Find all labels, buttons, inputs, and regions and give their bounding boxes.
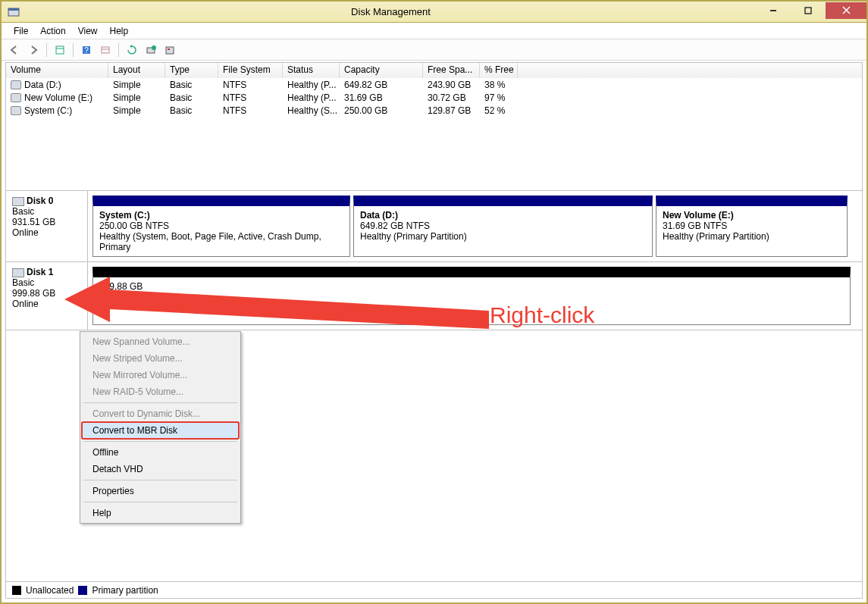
partition[interactable]: System (C:)250.00 GB NTFSHealthy (System… xyxy=(92,196,350,257)
svg-rect-3 xyxy=(805,8,811,14)
cell: 649.82 GB xyxy=(340,80,423,90)
cell: 97 % xyxy=(480,92,518,103)
cell: Healthy (S... xyxy=(283,105,340,116)
context-menu-item[interactable]: Detach VHD xyxy=(82,461,239,477)
cell: 38 % xyxy=(480,80,518,90)
context-menu-item: New Mirrored Volume... xyxy=(82,367,239,383)
volume-icon xyxy=(11,80,21,89)
context-menu[interactable]: New Spanned Volume...New Striped Volume.… xyxy=(80,331,241,524)
menu-file[interactable]: File xyxy=(8,24,34,38)
svg-rect-10 xyxy=(102,47,109,53)
menu-view[interactable]: View xyxy=(72,24,104,38)
maximize-button[interactable] xyxy=(791,2,826,19)
context-menu-item: New Spanned Volume... xyxy=(82,333,239,350)
disk-graphical-view: Disk 0Basic931.51 GBOnlineSystem (C:)250… xyxy=(6,191,862,330)
col-type[interactable]: Type xyxy=(165,63,218,78)
title-bar: Disk Management xyxy=(2,2,866,23)
cell: Healthy (P... xyxy=(283,80,340,90)
legend-primary-swatch xyxy=(78,586,87,595)
context-menu-item[interactable]: Help xyxy=(82,505,239,521)
legend-unalloc-swatch xyxy=(12,586,21,595)
partition[interactable]: New Volume (E:)31.69 GB NTFSHealthy (Pri… xyxy=(656,196,848,257)
legend: Unallocated Primary partition xyxy=(6,581,862,598)
cell: Basic xyxy=(165,105,218,116)
svg-rect-14 xyxy=(166,47,174,54)
refresh-button[interactable] xyxy=(124,42,140,58)
svg-point-13 xyxy=(152,45,156,50)
cell: NTFS xyxy=(218,105,283,116)
svg-rect-1 xyxy=(8,8,19,11)
svg-rect-15 xyxy=(168,49,170,50)
menu-bar: File Action View Help xyxy=(2,23,866,39)
cell: 129.87 GB xyxy=(423,105,480,116)
toolbar: ? xyxy=(2,39,866,61)
cell: NTFS xyxy=(218,80,283,90)
volume-icon xyxy=(11,106,21,115)
disk-row: Disk 1Basic999.88 GBOnline999.88 GBUnall… xyxy=(6,262,862,330)
partition[interactable]: 999.88 GBUnallocated xyxy=(92,267,851,325)
cell: 250.00 GB xyxy=(340,105,423,116)
view-button[interactable] xyxy=(97,42,114,58)
col-capacity[interactable]: Capacity xyxy=(340,63,423,78)
disk-info[interactable]: Disk 1Basic999.88 GBOnline xyxy=(6,262,88,330)
close-button[interactable] xyxy=(826,2,866,19)
volume-row[interactable]: System (C:)SimpleBasicNTFSHealthy (S...2… xyxy=(6,104,862,117)
volume-list: Volume Layout Type File System Status Ca… xyxy=(6,63,862,191)
legend-unalloc-label: Unallocated xyxy=(26,585,74,596)
cell: Simple xyxy=(108,92,165,103)
cell: 30.72 GB xyxy=(423,92,480,103)
volume-row[interactable]: New Volume (E:)SimpleBasicNTFSHealthy (P… xyxy=(6,91,862,104)
svg-rect-6 xyxy=(56,46,64,54)
settings-button[interactable] xyxy=(161,42,178,58)
properties-button[interactable] xyxy=(52,42,68,58)
disk-icon xyxy=(12,197,24,206)
svg-text:?: ? xyxy=(84,46,89,55)
minimize-button[interactable] xyxy=(756,2,791,19)
cell: Basic xyxy=(165,80,218,90)
cell: Healthy (P... xyxy=(283,92,340,103)
cell: Simple xyxy=(108,80,165,90)
context-menu-item: New RAID-5 Volume... xyxy=(82,383,239,400)
menu-action[interactable]: Action xyxy=(34,24,71,38)
context-menu-item[interactable]: Offline xyxy=(82,444,239,461)
help-button[interactable]: ? xyxy=(78,42,95,58)
col-freespace[interactable]: Free Spa... xyxy=(423,63,480,78)
disk-partitions: System (C:)250.00 GB NTFSHealthy (System… xyxy=(88,191,862,261)
cell: NTFS xyxy=(218,92,283,103)
volume-list-body[interactable]: Data (D:)SimpleBasicNTFSHealthy (P...649… xyxy=(6,78,862,190)
cell: Basic xyxy=(165,92,218,103)
cell: 31.69 GB xyxy=(340,92,423,103)
legend-primary-label: Primary partition xyxy=(92,585,158,596)
partition[interactable]: Data (D:)649.82 GB NTFSHealthy (Primary … xyxy=(353,196,653,257)
col-volume[interactable]: Volume xyxy=(6,63,108,78)
context-menu-item[interactable]: Convert to MBR Disk xyxy=(82,422,239,439)
cell: Simple xyxy=(108,105,165,116)
cell: System (C:) xyxy=(6,105,108,116)
forward-button[interactable] xyxy=(25,42,42,58)
back-button[interactable] xyxy=(6,42,23,58)
context-menu-item: New Striped Volume... xyxy=(82,350,239,367)
menu-help[interactable]: Help xyxy=(104,24,135,38)
disk-icon xyxy=(12,268,24,277)
context-menu-item: Convert to Dynamic Disk... xyxy=(82,405,239,422)
disk-info[interactable]: Disk 0Basic931.51 GBOnline xyxy=(6,191,88,261)
context-menu-item[interactable]: Properties xyxy=(82,483,239,499)
volume-row[interactable]: Data (D:)SimpleBasicNTFSHealthy (P...649… xyxy=(6,78,862,91)
window-title: Disk Management xyxy=(26,6,756,17)
disk-row: Disk 0Basic931.51 GBOnlineSystem (C:)250… xyxy=(6,191,862,262)
col-status[interactable]: Status xyxy=(283,63,340,78)
app-icon xyxy=(6,5,21,20)
volume-icon xyxy=(11,93,21,102)
cell: 243.90 GB xyxy=(423,80,480,90)
annotation-text: Right-click xyxy=(490,302,594,328)
cell: New Volume (E:) xyxy=(6,92,108,103)
cell: 52 % xyxy=(480,105,518,116)
col-filesystem[interactable]: File System xyxy=(218,63,283,78)
rescan-button[interactable] xyxy=(143,42,159,58)
disk-partitions: 999.88 GBUnallocated xyxy=(88,262,862,330)
cell: Data (D:) xyxy=(6,80,108,90)
col-pctfree[interactable]: % Free xyxy=(480,63,518,78)
volume-list-header[interactable]: Volume Layout Type File System Status Ca… xyxy=(6,63,862,78)
col-layout[interactable]: Layout xyxy=(108,63,165,78)
